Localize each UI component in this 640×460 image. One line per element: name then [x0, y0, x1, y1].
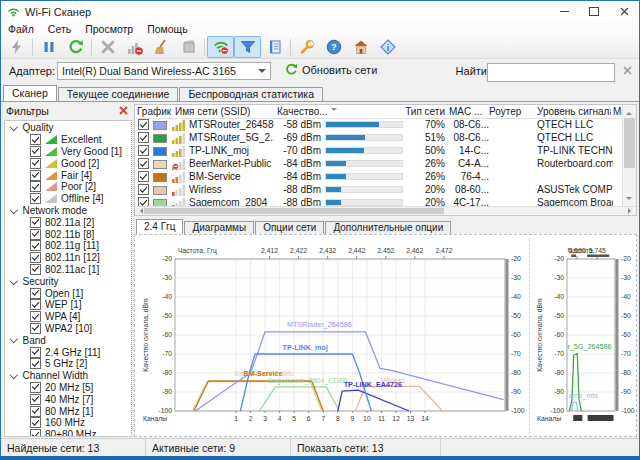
refresh-button[interactable] [62, 36, 89, 58]
checkbox-checked[interactable] [30, 240, 41, 251]
filter-item[interactable]: 802.11n [12] [5, 252, 131, 264]
scroll-thumb[interactable] [144, 208, 444, 214]
col-signal-level[interactable]: Уровень сигнала [537, 105, 611, 118]
table-row[interactable]: MTSRouter_5G_2...-69 dBm51%08-C6...QTECH… [135, 131, 623, 144]
filter-item[interactable]: Poor [2] [5, 181, 131, 193]
col-router[interactable]: Роутер [489, 105, 535, 118]
filter-toggle[interactable] [234, 36, 261, 58]
filter-group[interactable]: Network mode [5, 205, 131, 217]
filter-item[interactable]: 802.11a [2] [5, 216, 131, 228]
filter-item[interactable]: Offline [4] [5, 193, 131, 205]
filter-item[interactable]: 40 MHz [7] [5, 393, 131, 405]
table-row[interactable]: MTSRouter_264586-58 dBm70%08-C6...QTECH … [135, 118, 623, 131]
home-button[interactable] [347, 36, 374, 58]
maximize-button[interactable] [579, 1, 609, 22]
checkbox-checked[interactable] [30, 311, 41, 322]
filter-item[interactable]: 802.11g [11] [5, 240, 131, 252]
col-quality[interactable]: Качество... [277, 105, 337, 118]
scroll-up-icon[interactable] [626, 109, 632, 115]
table-row[interactable]: BeerMarket-Public-84 dBm26%C4-A...Router… [135, 157, 623, 170]
checkbox-checked[interactable] [30, 347, 41, 358]
checkbox-checked[interactable] [30, 299, 41, 310]
checkbox-checked[interactable] [30, 406, 41, 417]
checkbox-checked[interactable] [138, 158, 149, 169]
export-button[interactable] [175, 36, 202, 58]
settings-button[interactable] [293, 36, 320, 58]
checkbox-checked[interactable] [30, 181, 41, 192]
checkbox-checked[interactable] [138, 184, 149, 195]
checkbox-checked[interactable] [30, 394, 41, 405]
checkbox-checked[interactable] [30, 217, 41, 228]
remove-signal-button[interactable] [121, 36, 148, 58]
find-input[interactable] [487, 63, 615, 82]
pause-scan-button[interactable] [35, 36, 62, 58]
checkbox-checked[interactable] [30, 264, 41, 275]
minimize-button[interactable] [549, 1, 579, 22]
refresh-networks-button[interactable]: Обновить сети [285, 63, 377, 76]
filter-item[interactable]: 80 MHz [1] [5, 405, 131, 417]
filter-item[interactable]: Excellent [5, 134, 131, 146]
col-network-type[interactable]: Тип сети [385, 105, 445, 118]
checkbox-checked[interactable] [30, 193, 41, 204]
start-scan-button[interactable] [3, 36, 30, 58]
scroll-down-icon[interactable] [626, 197, 632, 203]
checkbox-checked[interactable] [138, 171, 149, 182]
filter-item[interactable]: 802.11ac [1] [5, 264, 131, 276]
checkbox-checked[interactable] [30, 229, 41, 240]
delete-network-button[interactable] [94, 36, 121, 58]
scroll-right-icon[interactable] [628, 208, 634, 214]
clear-list-button[interactable] [148, 36, 175, 58]
about-button[interactable]: i [374, 36, 401, 58]
checkbox-checked[interactable] [138, 132, 149, 143]
help-button[interactable]: ? [320, 36, 347, 58]
filter-item[interactable]: 2.4 GHz [11] [5, 346, 131, 358]
col-mac[interactable]: MAC ... [449, 105, 489, 118]
filter-group[interactable]: Band [5, 334, 131, 346]
tab-diagrams[interactable]: Диаграммы [184, 221, 254, 234]
clear-find-button[interactable] [623, 66, 632, 75]
filter-item[interactable]: 802.11b [8] [5, 228, 131, 240]
checkbox-checked[interactable] [30, 358, 41, 369]
checkbox-checked[interactable] [30, 417, 41, 428]
filter-item[interactable]: WPA2 [10] [5, 323, 131, 335]
checkbox-checked[interactable] [30, 158, 41, 169]
filter-group[interactable]: Security [5, 275, 131, 287]
checkbox-checked[interactable] [30, 429, 41, 437]
filter-group[interactable]: Channel Width [5, 370, 131, 382]
tab-wireless-statistics[interactable]: Беспроводная статистика [179, 87, 323, 101]
filter-item[interactable]: Good [2] [5, 157, 131, 169]
tab-scanner[interactable]: Сканер [3, 85, 57, 101]
table-row[interactable]: Wirless-88 dBm20%08-60...ASUSTek COMPUTE… [135, 183, 623, 196]
scroll-left-icon[interactable] [137, 208, 143, 214]
close-button[interactable] [609, 1, 639, 22]
tab-network-options[interactable]: Опции сети [255, 221, 324, 234]
filter-item[interactable]: Fair [4] [5, 169, 131, 181]
checkbox-checked[interactable] [30, 170, 41, 181]
close-filters-button[interactable] [119, 106, 128, 115]
menu-help[interactable]: Помощь [140, 23, 195, 35]
col-graph[interactable]: График [137, 105, 173, 118]
filter-item[interactable]: Very Good [1] [5, 146, 131, 158]
col-ssid[interactable]: Имя сети (SSID) [175, 105, 273, 118]
menu-file[interactable]: Файл [1, 23, 41, 35]
checkbox-checked[interactable] [138, 119, 149, 130]
checkbox-checked[interactable] [30, 146, 41, 157]
filter-item[interactable]: WPA [4] [5, 311, 131, 323]
vertical-scrollbar[interactable] [622, 105, 636, 207]
tab-current-connection[interactable]: Текущее соединение [58, 87, 179, 101]
table-row[interactable]: TP-LINK_moj-70 dBm50%14-C...TP-LINK TECH… [135, 144, 623, 157]
checkbox-checked[interactable] [138, 145, 149, 156]
checkbox-checked[interactable] [30, 323, 41, 334]
checkbox-checked[interactable] [30, 382, 41, 393]
filter-group[interactable]: Quality [5, 122, 131, 134]
checkbox-checked[interactable] [30, 134, 41, 145]
log-button[interactable] [261, 36, 288, 58]
filter-item[interactable]: 80+80 MHz [5, 429, 131, 437]
checkbox-checked[interactable] [30, 288, 41, 299]
filter-item[interactable]: 5 GHz [2] [5, 358, 131, 370]
menu-network[interactable]: Сеть [41, 23, 78, 35]
tab-additional-options[interactable]: Дополнительные опции [325, 221, 451, 234]
filter-item[interactable]: 20 MHz [5] [5, 382, 131, 394]
checkbox-checked[interactable] [30, 252, 41, 263]
filter-item[interactable]: 160 MHz [5, 417, 131, 429]
